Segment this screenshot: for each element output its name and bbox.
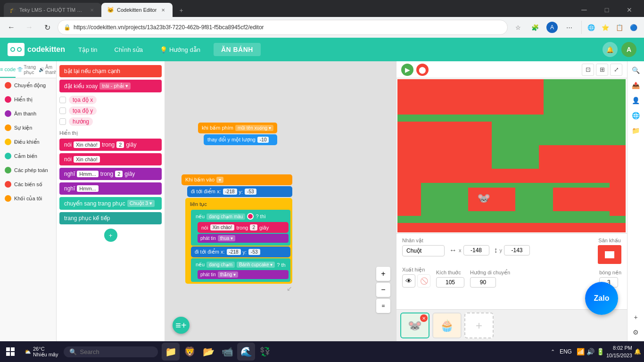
project-title[interactable]: ĂN BÁNH [214,43,261,56]
cb-phat-tin-thong[interactable]: phát tin thắng ▾ [198,270,289,279]
notification-bell-button[interactable]: 🔔 [603,42,618,57]
category-cam-bien[interactable]: Cảm biến [0,149,56,163]
taskbar-game-icon[interactable]: 🦁 [181,343,198,361]
sidebar-favorites-button[interactable]: ⭐ [599,21,612,34]
san-khau-thumbnail[interactable] [598,245,621,264]
category-cac-phep-toan[interactable]: Các phép toán [0,163,56,177]
address-bar[interactable]: 🔒 https://codekitten.vn/projects/13a23b3… [58,20,508,35]
category-am-thanh[interactable]: Âm thanh [0,107,56,121]
sprite-thumb-mouse[interactable]: ✕ 🐭 [400,313,429,338]
minimize-button[interactable]: ─ [573,3,595,17]
add-sprite-button[interactable]: + [464,313,494,338]
zoom-out-button[interactable]: − [376,283,390,297]
edge-icon-3[interactable]: 👤 [630,94,642,107]
tab-code[interactable]: ≡ code [0,61,16,78]
profile-button[interactable]: A [545,20,560,35]
stop-button[interactable]: ⬤ [416,64,429,76]
category-cac-bien-so[interactable]: Các biến số [0,177,56,191]
nav-chinh-sua[interactable]: Chỉnh sửa [111,43,147,56]
cb-neu-cham-banh[interactable]: nếu dang chạm Bánh cupcake ▾ ? th [193,260,289,269]
notification-button[interactable]: 🔔 [634,348,641,355]
cb-di-toi-diem-2[interactable]: đi tới điểm x: -218 y: -53 [191,247,290,257]
taskbar-files-icon[interactable]: 📂 [199,343,217,361]
forward-button[interactable]: → [22,20,37,35]
cb-lien-tuc[interactable]: liên tục [187,200,290,209]
fit-screen-button[interactable]: = [376,299,390,313]
edge-icon-2[interactable]: 📤 [630,79,642,91]
cb-khi-bam-vao[interactable]: Khi bấm vào ▾ [182,174,292,185]
taskbar-explorer-icon[interactable]: 📁 [162,343,180,361]
block-trang-phuc-ke-tiep[interactable]: trang phục kế tiếp [59,212,162,224]
edge-icon-4[interactable]: 🌐 [630,109,642,122]
preview-layout-1-button[interactable]: ⊡ [582,64,594,76]
block-chuyen-trang-phuc[interactable]: chuyển sang trang phục Chuột 3 ▾ [59,197,162,210]
more-options-button[interactable]: ⋯ [561,20,577,35]
kich-thuoc-input[interactable] [436,277,464,288]
code-canvas-area[interactable]: khi bấm phím mũi tên xuống ▾ thay đổi y … [165,61,396,341]
weather-widget[interactable]: ⛅ 26°C Nhiều mây [21,344,62,360]
taskbar-search[interactable]: 🔍 [64,346,158,357]
block-nghi-hmm[interactable]: nghĩ Hmm... [59,182,162,195]
huong-input[interactable] [470,277,496,288]
tray-icons[interactable]: ⌃ [551,349,555,355]
extensions-button[interactable]: 🧩 [528,20,543,35]
hide-button[interactable]: 🚫 [417,274,430,288]
category-su-kien[interactable]: Sự kiện [0,121,56,135]
back-button[interactable]: ← [4,20,19,35]
khi-bam-vao-dropdown[interactable]: ▾ [216,177,223,183]
browser-tab-2[interactable]: 🐱 Codekitten Editor ✕ [101,3,173,17]
tab2-close[interactable]: ✕ [159,6,167,14]
cb-noi-xin-chao-trong[interactable]: nói Xin chào! trong 2 giây [198,222,289,233]
cb-di-toi-diem-1[interactable]: đi tới điểm x: -218 y: -53 [187,186,292,197]
trang-phuc-dropdown[interactable]: Chuột 3 ▾ [127,200,155,207]
sprite-delete-mouse[interactable]: ✕ [420,314,428,322]
sprite-name-input[interactable] [402,245,445,256]
nav-tap-tin[interactable]: Tập tin [74,43,101,56]
cb-neu-cham-mau[interactable]: nếu dang chạm màu ? thì [193,212,289,221]
show-button[interactable]: 👁 [402,274,415,288]
add-block-float-button[interactable]: ≡+ [173,317,190,334]
edge-icon-1[interactable]: 🔍 [630,64,642,76]
cb-phat-tin-thua[interactable]: phát tin thua ▾ [198,234,289,243]
zalo-widget[interactable]: Zalo [585,282,618,315]
edge-icon-6[interactable]: + [630,311,642,323]
clock[interactable]: 8:02 PM 10/15/2023 [606,344,632,360]
x-input[interactable] [463,245,489,255]
new-tab-button[interactable]: ＋ [174,4,188,17]
block-dat-kieu-xoay[interactable]: đặt kiểu xoay trái - phải ▾ [59,80,162,92]
add-block-button[interactable]: + [104,229,117,242]
checkbox-toa-do-x[interactable] [59,97,66,103]
category-khoi-cua-toi[interactable]: Khối của tôi [0,191,56,206]
block-kieu-xoay-dropdown[interactable]: trái - phải ▾ [99,82,131,90]
close-window-button[interactable]: ✕ [619,3,640,17]
taskbar-zoom-icon[interactable]: 📹 [218,343,236,361]
user-avatar[interactable]: A [621,42,636,57]
block-nghi-hmm-trong[interactable]: nghĩ Hmm... trong 2 giây [59,168,162,180]
block-noi-xin-chao[interactable]: nói Xin chào! [59,153,162,165]
taskbar-currency-icon[interactable]: 💱 [256,343,274,361]
keyboard-layout[interactable]: ENG [557,347,575,356]
edge-copilot-button[interactable]: 🔵 [627,21,640,34]
cb-khi-bam-phim[interactable]: khi bấm phím mũi tên xuống ▾ [198,123,277,133]
block-bat-lai[interactable]: bật lại nếu chạm cạnh [59,65,162,77]
cb-thay-doi-y[interactable]: thay đổi y một lượng -10 [204,134,277,145]
sidebar-copilot-button[interactable]: 🌐 [585,21,598,34]
bookmark-star-button[interactable]: ☆ [511,20,526,35]
preview-fullscreen-button[interactable]: ⤢ [610,64,622,76]
maximize-button[interactable]: □ [596,3,618,17]
checkbox-toa-do-y[interactable] [59,107,66,114]
nav-huong-dan[interactable]: 💡 Hướng dẫn [156,43,204,56]
edge-settings-icon[interactable]: ⚙ [630,326,642,338]
category-chuyen-dong[interactable]: Chuyển động [0,78,56,92]
refresh-button[interactable]: ↻ [40,20,55,35]
browser-tab-1[interactable]: 🎓 Teky LMS - CHUỘT TÌM BÁNH ✕ [4,3,101,17]
sprite-thumb-cake[interactable]: 🧁 [432,313,462,338]
play-button[interactable]: ▶ [401,64,413,76]
edge-icon-5[interactable]: 📁 [630,124,642,137]
zoom-in-button[interactable]: + [376,267,390,281]
category-hien-thi[interactable]: Hiển thị [0,92,56,107]
checkbox-huong[interactable] [59,118,66,125]
preview-layout-2-button[interactable]: ⊞ [596,64,608,76]
category-dieu-khien[interactable]: Điều khiển [0,135,56,149]
block-noi-xin-chao-trong[interactable]: nói Xin chào! trong 2 giây [59,139,162,151]
